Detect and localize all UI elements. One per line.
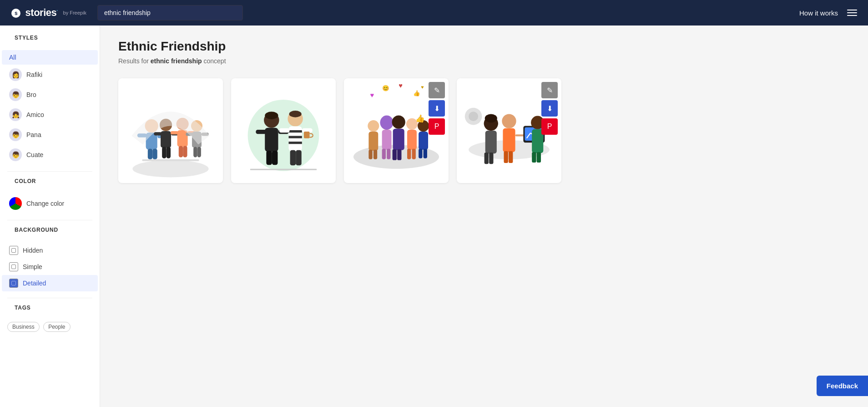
tags-area: Business People: [0, 319, 100, 340]
pana-label: Pana: [26, 131, 41, 138]
color-section-header: COLOR: [0, 178, 100, 193]
hidden-label: Hidden: [23, 247, 43, 254]
color-circle-icon: [9, 197, 22, 210]
svg-point-78: [485, 114, 497, 122]
amico-avatar: 👧: [9, 108, 22, 121]
header-right: How it works: [799, 9, 857, 17]
sidebar-item-detailed[interactable]: Detailed: [2, 275, 98, 291]
svg-point-36: [265, 112, 278, 119]
svg-point-63: [392, 116, 405, 129]
color-title: COLOR: [7, 178, 92, 189]
image-grid: ♥ 😊 ♥ 👍 ♥: [118, 78, 850, 183]
results-suffix: concept: [202, 57, 226, 65]
card-4-edit-button[interactable]: ✎: [541, 82, 558, 98]
svg-rect-96: [532, 152, 536, 163]
image-card-4[interactable]: ✎ ⬇ P: [457, 78, 561, 183]
svg-rect-20: [179, 146, 183, 157]
card-3-download-button[interactable]: ⬇: [429, 100, 445, 117]
svg-rect-9: [152, 149, 157, 159]
cuate-avatar: 👦: [9, 148, 22, 161]
svg-rect-60: [382, 130, 392, 150]
svg-rect-61: [387, 149, 390, 159]
sidebar-item-pana[interactable]: 👦 Pana: [2, 125, 98, 145]
bro-label: Bro: [26, 91, 36, 98]
svg-rect-66: [393, 149, 397, 160]
tag-business[interactable]: Business: [7, 322, 40, 332]
sidebar-item-all[interactable]: All: [2, 50, 98, 65]
svg-rect-26: [193, 147, 197, 158]
svg-rect-34: [266, 151, 272, 165]
change-color-button[interactable]: Change color: [2, 193, 98, 214]
svg-rect-64: [393, 129, 404, 150]
svg-rect-47: [304, 132, 310, 138]
svg-rect-85: [504, 151, 508, 163]
sidebar-item-cuate[interactable]: 👦 Cuate: [2, 145, 98, 165]
svg-rect-65: [397, 149, 401, 160]
svg-rect-15: [167, 147, 171, 158]
svg-rect-38: [289, 127, 302, 151]
divider-3: [7, 298, 92, 298]
main-content: Ethnic Friendship Results for ethnic fri…: [100, 25, 868, 407]
svg-point-46: [289, 111, 302, 117]
card-3-pinterest-button[interactable]: P: [429, 118, 445, 135]
svg-text:♥: ♥: [370, 92, 374, 99]
svg-text:👍: 👍: [415, 114, 425, 123]
svg-rect-32: [256, 130, 266, 134]
pana-avatar: 👦: [9, 128, 22, 141]
svg-rect-21: [183, 146, 187, 157]
tag-people[interactable]: People: [43, 322, 70, 332]
logo-text: s stories·: [11, 7, 58, 19]
svg-point-98: [469, 112, 478, 121]
how-it-works-button[interactable]: How it works: [799, 9, 838, 17]
svg-point-82: [502, 114, 516, 128]
image-card-2[interactable]: [231, 78, 336, 183]
svg-rect-83: [503, 128, 515, 152]
card-4-actions: ✎ ⬇ P: [541, 82, 558, 135]
pinterest-icon: P: [434, 122, 439, 131]
cuate-label: Cuate: [26, 151, 43, 158]
sidebar-item-simple[interactable]: Simple: [2, 259, 98, 275]
divider-1: [7, 171, 92, 172]
svg-rect-74: [419, 149, 422, 158]
sidebar-item-bro[interactable]: 👦 Bro: [2, 85, 98, 105]
svg-text:s: s: [15, 10, 18, 16]
svg-point-54: [368, 120, 379, 132]
svg-text:♥: ♥: [399, 82, 403, 89]
illustration-1: [118, 78, 223, 183]
change-color-label: Change color: [26, 200, 64, 207]
sidebar-item-hidden[interactable]: Hidden: [2, 242, 98, 259]
card-3-edit-button[interactable]: ✎: [429, 82, 445, 98]
svg-rect-57: [368, 150, 372, 159]
menu-button[interactable]: [847, 10, 857, 16]
svg-text:😊: 😊: [382, 85, 389, 92]
feedback-button[interactable]: Feedback: [817, 376, 868, 396]
edit-icon: ✎: [434, 86, 440, 95]
logo-icon: s: [11, 8, 21, 18]
results-keyword: ethnic friendship: [151, 57, 202, 65]
image-card-1[interactable]: [118, 78, 223, 183]
simple-bg-icon: [9, 262, 18, 271]
svg-rect-80: [489, 153, 493, 164]
sidebar-item-rafiki[interactable]: 👩 Rafiki: [2, 65, 98, 85]
detailed-label: Detailed: [23, 280, 46, 287]
card-4-download-button[interactable]: ⬇: [541, 100, 558, 117]
svg-rect-62: [382, 149, 386, 159]
svg-rect-14: [162, 147, 166, 158]
hamburger-line-3: [847, 15, 857, 16]
svg-point-59: [380, 116, 393, 130]
svg-text:♥: ♥: [421, 85, 424, 90]
search-input[interactable]: [97, 5, 243, 20]
image-card-3[interactable]: ♥ 😊 ♥ 👍 ♥: [344, 78, 449, 183]
results-text: Results for ethnic friendship concept: [118, 57, 850, 65]
logo-byline: by Freepik: [63, 10, 86, 15]
hidden-bg-icon: [9, 246, 18, 255]
logo: s stories· by Freepik: [11, 7, 86, 19]
sidebar-item-amico[interactable]: 👧 Amico: [2, 105, 98, 125]
tags-title: TAGS: [7, 305, 92, 315]
svg-point-2: [132, 160, 208, 178]
svg-text:👍: 👍: [413, 90, 420, 97]
all-label: All: [9, 54, 16, 61]
svg-rect-12: [154, 132, 161, 135]
card-4-pinterest-button[interactable]: P: [541, 118, 558, 135]
svg-rect-81: [484, 153, 489, 164]
